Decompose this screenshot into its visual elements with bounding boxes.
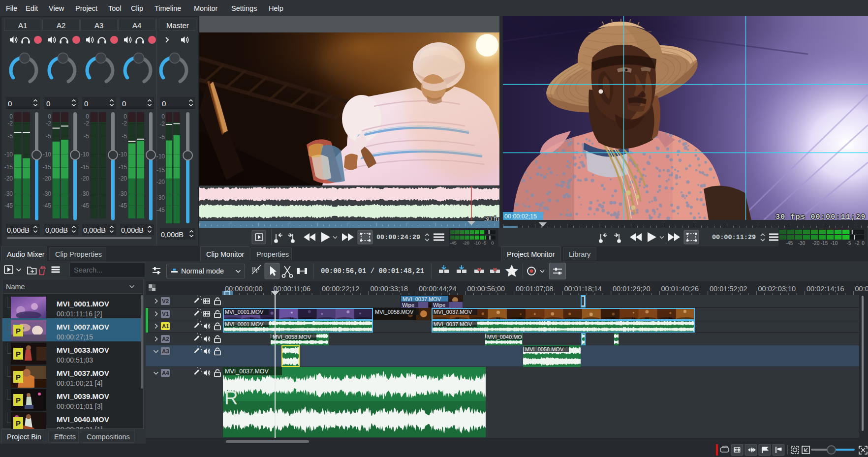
svg-text:-2: -2 xyxy=(855,241,860,246)
svg-text:-45: -45 xyxy=(786,241,793,246)
svg-text:-10: -10 xyxy=(474,240,481,245)
svg-text:0: 0 xyxy=(491,240,494,245)
svg-text:-5: -5 xyxy=(847,241,851,246)
svg-text:-20: -20 xyxy=(812,241,820,246)
svg-text:-10: -10 xyxy=(831,241,838,246)
svg-text:-5: -5 xyxy=(482,240,486,245)
svg-text:-30: -30 xyxy=(798,241,806,246)
svg-text:-20: -20 xyxy=(463,240,469,245)
svg-text:0: 0 xyxy=(862,241,865,246)
svg-text:-15: -15 xyxy=(821,241,828,246)
svg-text:-45: -45 xyxy=(450,240,457,245)
